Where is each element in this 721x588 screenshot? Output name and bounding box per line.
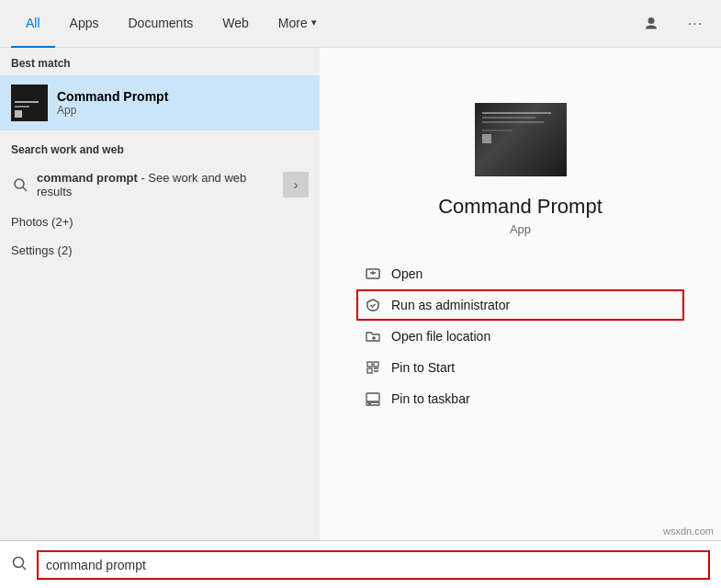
best-match-text: Command Prompt App [57, 89, 168, 117]
folder-icon [364, 327, 382, 345]
top-navigation: All Apps Documents Web More ▾ ··· [0, 0, 721, 48]
watermark: wsxdn.com [663, 526, 714, 537]
action-open-location[interactable]: Open file location [356, 321, 684, 352]
svg-rect-5 [367, 368, 372, 373]
search-web-text: command prompt - See work and web result… [37, 171, 276, 198]
search-web-icon [11, 175, 29, 194]
search-web-arrow[interactable]: › [283, 172, 309, 198]
settings-result[interactable]: Settings (2) [0, 236, 320, 265]
account-icon[interactable] [637, 9, 666, 39]
open-label: Open [391, 266, 422, 281]
action-run-admin[interactable]: Run as administrator [356, 289, 684, 321]
tab-more[interactable]: More ▾ [264, 0, 332, 48]
main-content: Best match Command Prompt App Search wor… [0, 48, 721, 540]
search-bar-icon [11, 555, 28, 575]
svg-rect-6 [366, 393, 379, 401]
shield-icon [364, 296, 382, 314]
search-web-item[interactable]: command prompt - See work and web result… [0, 162, 320, 208]
svg-line-10 [23, 566, 27, 570]
svg-rect-3 [367, 362, 372, 367]
action-open[interactable]: Open [356, 258, 684, 289]
cmd-app-icon [11, 85, 48, 121]
search-bar [0, 540, 721, 588]
right-app-name: Command Prompt [438, 195, 603, 219]
open-location-label: Open file location [391, 329, 490, 344]
photos-result[interactable]: Photos (2+) [0, 208, 320, 236]
search-web-section: Search work and web command prompt - See… [0, 134, 320, 208]
more-options-icon[interactable]: ··· [681, 9, 710, 39]
pin-start-label: Pin to Start [391, 360, 455, 375]
tab-apps[interactable]: Apps [55, 0, 114, 48]
pin-start-icon [364, 358, 382, 377]
action-pin-start[interactable]: Pin to Start [356, 352, 684, 383]
open-icon [364, 265, 382, 283]
right-panel: Command Prompt App Open [320, 48, 721, 540]
best-match-item[interactable]: Command Prompt App [0, 75, 320, 130]
svg-rect-8 [368, 403, 371, 405]
best-match-subtitle: App [57, 104, 168, 117]
tab-documents[interactable]: Documents [113, 0, 208, 48]
best-match-title: Command Prompt [57, 89, 168, 104]
tab-all[interactable]: All [11, 0, 55, 48]
nav-right-icons: ··· [637, 9, 710, 39]
action-list: Open Run as administrator [320, 258, 721, 414]
svg-point-0 [15, 179, 24, 188]
svg-rect-4 [374, 362, 378, 367]
pin-taskbar-icon [364, 390, 382, 408]
left-panel: Best match Command Prompt App Search wor… [0, 48, 320, 540]
chevron-down-icon: ▾ [311, 17, 317, 28]
search-web-label: Search work and web [0, 134, 320, 162]
action-pin-taskbar[interactable]: Pin to taskbar [356, 383, 684, 414]
app-thumbnail [475, 103, 567, 176]
svg-point-9 [14, 557, 24, 567]
pin-taskbar-label: Pin to taskbar [391, 391, 470, 406]
tab-web[interactable]: Web [208, 0, 264, 48]
run-admin-label: Run as administrator [391, 298, 510, 312]
right-app-type: App [510, 222, 531, 236]
chevron-right-icon: › [294, 177, 299, 192]
search-input[interactable] [37, 550, 710, 580]
best-match-label: Best match [0, 48, 320, 75]
svg-line-1 [23, 187, 27, 191]
